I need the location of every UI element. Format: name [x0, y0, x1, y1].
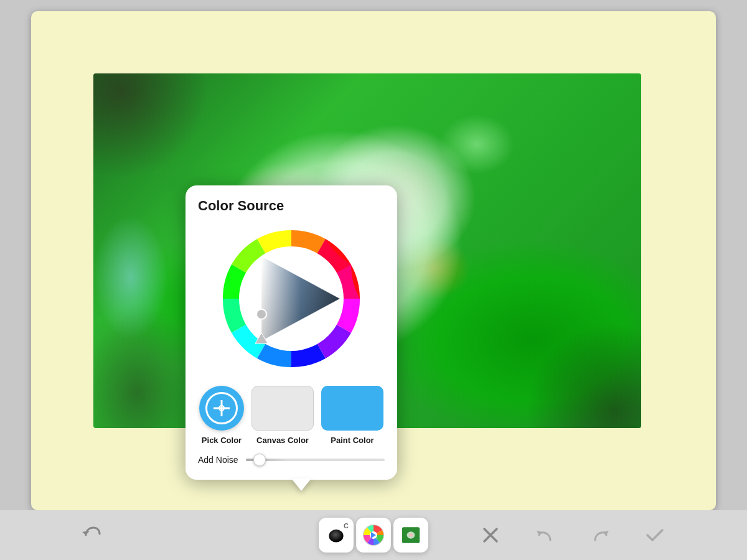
spot-tool-badge: C — [342, 521, 350, 530]
cancel-icon — [479, 524, 502, 546]
noise-row: Add Noise — [198, 455, 385, 465]
confirm-button[interactable] — [637, 518, 672, 553]
pick-color-btn-inner — [205, 392, 238, 424]
svg-point-14 — [409, 533, 413, 536]
color-wheel-container[interactable] — [198, 224, 385, 373]
undo2-icon — [534, 524, 557, 546]
svg-point-8 — [329, 530, 343, 543]
canvas-color-label: Canvas Color — [256, 436, 309, 445]
canvas-color-swatch[interactable] — [251, 386, 314, 431]
color-source-panel: Color Source — [186, 185, 397, 480]
confirm-icon — [644, 524, 666, 546]
toolbar: C — [0, 510, 747, 560]
noise-label: Add Noise — [198, 455, 238, 465]
crosshair-circle — [218, 405, 225, 411]
panel-title: Color Source — [198, 198, 385, 214]
noise-slider[interactable] — [246, 459, 385, 461]
cancel-button[interactable] — [473, 518, 508, 553]
pick-color-label: Pick Color — [202, 436, 242, 445]
redo-icon — [589, 524, 611, 546]
toolbar-right — [473, 518, 672, 553]
undo2-button[interactable] — [528, 518, 563, 553]
paint-color-label: Paint Color — [331, 436, 374, 445]
svg-point-5 — [256, 309, 266, 319]
toolbar-left — [75, 518, 110, 553]
undo-button[interactable] — [75, 518, 110, 553]
paint-color-swatch[interactable] — [321, 386, 383, 431]
pick-color-option: Pick Color — [199, 386, 244, 445]
color-wheel-tool-icon — [362, 524, 385, 546]
photo-tool-button[interactable] — [393, 518, 428, 553]
canvas-color-option: Canvas Color — [251, 386, 314, 445]
color-wheel[interactable] — [217, 224, 366, 373]
noise-thumb[interactable] — [253, 454, 266, 466]
paint-color-option: Paint Color — [321, 386, 383, 445]
color-wheel-tool-button[interactable] — [356, 518, 391, 553]
canvas-area: Color Source — [31, 11, 716, 510]
undo-icon — [81, 524, 103, 546]
svg-marker-7 — [82, 531, 90, 535]
photo-tool-icon — [400, 524, 422, 546]
crosshair-icon — [214, 400, 230, 416]
pick-color-button[interactable] — [199, 386, 244, 431]
redo-button[interactable] — [583, 518, 618, 553]
spot-tool-button[interactable]: C — [319, 518, 354, 553]
toolbar-center: C — [319, 518, 428, 553]
color-controls-row: Pick Color Canvas Color Paint Color — [198, 386, 385, 445]
